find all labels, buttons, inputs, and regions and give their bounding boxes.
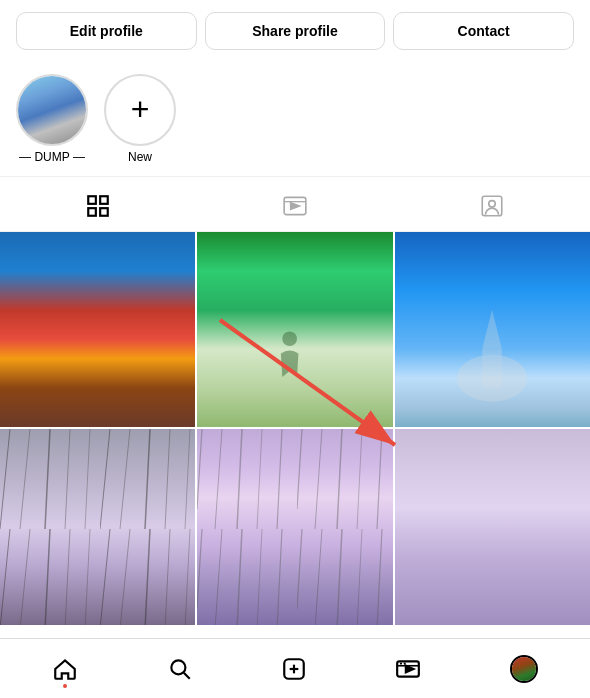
svg-point-14 (171, 660, 185, 674)
grid-cell-4[interactable] (0, 429, 195, 624)
tab-video-button[interactable] (266, 189, 324, 223)
svg-marker-11 (483, 310, 503, 349)
share-profile-button[interactable]: Share profile (205, 12, 386, 50)
nav-search-button[interactable] (155, 648, 205, 690)
nav-add-button[interactable] (269, 648, 319, 690)
grid-image-5 (197, 429, 392, 624)
edit-profile-button[interactable]: Edit profile (16, 12, 197, 50)
person-silhouette (275, 330, 304, 389)
svg-rect-1 (100, 196, 108, 204)
reels-icon (395, 656, 421, 682)
story-label-dump: — DUMP — (19, 150, 85, 164)
story-avatar-dump (16, 74, 88, 146)
top-action-buttons: Edit profile Share profile Contact (0, 0, 590, 62)
svg-rect-2 (89, 208, 97, 216)
nav-reels-button[interactable] (383, 648, 433, 690)
grid-cell-2[interactable] (197, 232, 392, 427)
svg-line-15 (183, 672, 189, 678)
content-tabs (0, 176, 590, 232)
tab-tagged-button[interactable] (463, 189, 521, 223)
grid-image-3 (395, 232, 590, 427)
stories-row: — DUMP — + New (0, 62, 590, 172)
stupa-silhouette (453, 300, 531, 417)
svg-point-22 (400, 662, 402, 664)
svg-marker-20 (406, 665, 414, 672)
video-reel-icon (282, 193, 308, 219)
story-item-dump[interactable]: — DUMP — (16, 74, 88, 164)
svg-point-23 (404, 662, 406, 664)
search-icon (167, 656, 193, 682)
svg-rect-0 (89, 196, 97, 204)
story-new-plus-icon: + (131, 93, 150, 125)
svg-rect-10 (483, 349, 503, 388)
tab-grid-button[interactable] (69, 189, 127, 223)
grid-image-1 (0, 232, 195, 427)
story-new-circle: + (104, 74, 176, 146)
profile-avatar-image (512, 657, 536, 681)
svg-point-8 (283, 331, 298, 346)
add-icon (281, 656, 307, 682)
profile-avatar (510, 655, 538, 683)
grid-icon (85, 193, 111, 219)
story-avatar-image (18, 76, 86, 144)
grid-image-6 (395, 429, 590, 624)
grid-cell-5[interactable] (197, 429, 392, 624)
nav-profile-button[interactable] (498, 647, 550, 691)
grid-cell-3[interactable] (395, 232, 590, 427)
tagged-person-icon (479, 193, 505, 219)
nav-home-button[interactable] (40, 648, 90, 690)
grid-image-2 (197, 232, 392, 427)
grid-cell-6[interactable] (395, 429, 590, 624)
grid-image-4 (0, 429, 195, 624)
story-label-new: New (128, 150, 152, 164)
contact-button[interactable]: Contact (393, 12, 574, 50)
svg-rect-3 (100, 208, 108, 216)
bottom-navigation (0, 638, 590, 698)
svg-point-7 (488, 201, 495, 208)
grid-cell-1[interactable] (0, 232, 195, 427)
home-icon (52, 656, 78, 682)
home-active-dot (63, 684, 67, 688)
story-item-new[interactable]: + New (104, 74, 176, 164)
photo-grid (0, 232, 590, 625)
